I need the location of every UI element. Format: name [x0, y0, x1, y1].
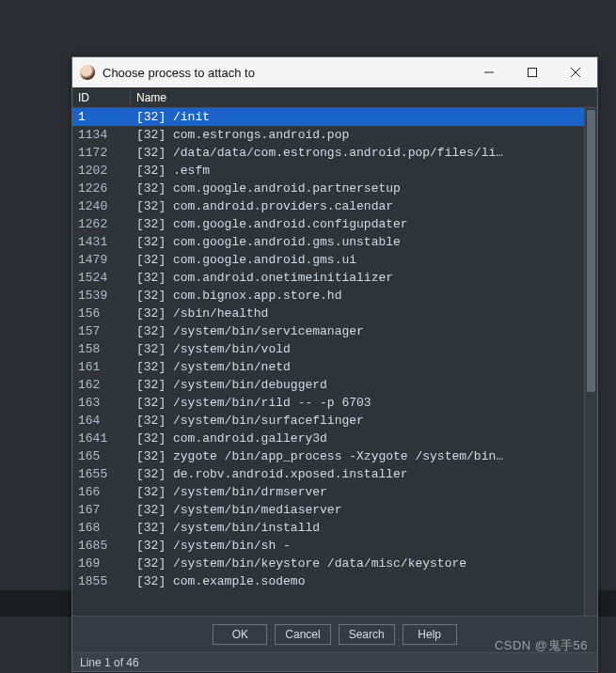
table-row[interactable]: 1172[32] /data/data/com.estrongs.android…	[72, 144, 597, 162]
vertical-scrollbar[interactable]	[584, 108, 597, 616]
table-row[interactable]: 163[32] /system/bin/rild -- -p 6703	[72, 394, 597, 412]
table-row[interactable]: 1524[32] com.android.onetimeinitializer	[72, 269, 597, 287]
help-button[interactable]: Help	[403, 624, 457, 645]
cell-process-name: [32] /system/bin/drmserver	[131, 483, 597, 501]
status-bar: Line 1 of 46	[72, 652, 597, 671]
table-row[interactable]: 164[32] /system/bin/surfaceflinger	[72, 412, 597, 430]
table-row[interactable]: 1655[32] de.robv.android.xposed.installe…	[72, 465, 597, 483]
cell-process-id: 1262	[72, 215, 131, 233]
cell-process-id: 1685	[72, 537, 131, 555]
cell-process-id: 169	[72, 555, 131, 572]
cell-process-id: 164	[72, 412, 131, 430]
cell-process-id: 167	[72, 501, 131, 519]
close-button[interactable]	[554, 57, 597, 87]
dialog-window: Choose process to attach to ID Name 1[32…	[71, 56, 598, 672]
cell-process-id: 1134	[72, 126, 131, 144]
table-row[interactable]: 1641[32] com.android.gallery3d	[72, 430, 597, 447]
cell-process-id: 1172	[72, 144, 131, 162]
table-row[interactable]: 1202[32] .esfm	[72, 162, 597, 180]
table-row[interactable]: 1431[32] com.google.android.gms.unstable	[72, 233, 597, 251]
table-row[interactable]: 156[32] /sbin/healthd	[72, 305, 597, 322]
cell-process-id: 156	[72, 305, 131, 322]
cell-process-id: 1655	[72, 465, 131, 483]
titlebar[interactable]: Choose process to attach to	[72, 57, 597, 87]
cell-process-name: [32] com.google.android.gms.ui	[131, 251, 597, 269]
status-text: Line 1 of 46	[80, 656, 139, 669]
table-row[interactable]: 1240[32] com.android.providers.calendar	[72, 197, 597, 215]
cell-process-name: [32] /system/bin/installd	[131, 519, 597, 537]
cell-process-name: [32] /system/bin/keystore /data/misc/key…	[131, 555, 597, 572]
cell-process-id: 158	[72, 340, 131, 358]
cell-process-name: [32] com.android.providers.calendar	[131, 197, 597, 215]
cell-process-name: [32] /data/data/com.estrongs.android.pop…	[131, 144, 597, 162]
cancel-button[interactable]: Cancel	[275, 624, 330, 645]
cell-process-id: 168	[72, 519, 131, 537]
search-button[interactable]: Search	[339, 624, 395, 645]
scroll-thumb[interactable]	[587, 110, 595, 392]
svg-rect-0	[529, 69, 537, 77]
app-icon	[80, 65, 95, 80]
cell-process-id: 1226	[72, 180, 131, 197]
process-rows: 1[32] /init1134[32] com.estrongs.android…	[72, 108, 597, 616]
table-row[interactable]: 161[32] /system/bin/netd	[72, 358, 597, 376]
cell-process-name: [32] com.google.android.partnersetup	[131, 180, 597, 197]
table-row[interactable]: 167[32] /system/bin/mediaserver	[72, 501, 597, 519]
table-row[interactable]: 169[32] /system/bin/keystore /data/misc/…	[72, 555, 597, 572]
column-header-name[interactable]: Name	[131, 91, 597, 104]
cell-process-name: [32] com.example.sodemo	[131, 572, 597, 590]
table-row[interactable]: 1479[32] com.google.android.gms.ui	[72, 251, 597, 269]
table-row[interactable]: 158[32] /system/bin/vold	[72, 340, 597, 358]
cell-process-name: [32] com.android.gallery3d	[131, 430, 597, 447]
cell-process-name: [32] com.android.onetimeinitializer	[131, 269, 597, 287]
cell-process-id: 166	[72, 483, 131, 501]
maximize-button[interactable]	[511, 57, 554, 87]
cell-process-id: 1855	[72, 572, 131, 590]
cell-process-id: 1539	[72, 287, 131, 305]
cell-process-id: 1479	[72, 251, 131, 269]
minimize-button[interactable]	[467, 57, 511, 87]
table-row[interactable]: 1855[32] com.example.sodemo	[72, 572, 597, 590]
cell-process-id: 1202	[72, 162, 131, 180]
table-row[interactable]: 165[32] zygote /bin/app_process -Xzygote…	[72, 447, 597, 465]
cell-process-name: [32] /system/bin/debuggerd	[131, 376, 597, 394]
cell-process-name: [32] /system/bin/surfaceflinger	[131, 412, 597, 430]
table-row[interactable]: 1226[32] com.google.android.partnersetup	[72, 180, 597, 197]
table-row[interactable]: 1[32] /init	[72, 108, 597, 126]
cell-process-id: 1641	[72, 430, 131, 447]
cell-process-id: 1524	[72, 269, 131, 287]
cell-process-name: [32] com.google.android.configupdater	[131, 215, 597, 233]
cell-process-name: [32] com.bignox.app.store.hd	[131, 287, 597, 305]
cell-process-name: [32] /system/bin/mediaserver	[131, 501, 597, 519]
cell-process-name: [32] zygote /bin/app_process -Xzygote /s…	[131, 447, 597, 465]
cell-process-name: [32] /system/bin/vold	[131, 340, 597, 358]
cell-process-id: 1	[72, 108, 131, 126]
table-row[interactable]: 1685[32] /system/bin/sh -	[72, 537, 597, 555]
cell-process-name: [32] /init	[131, 108, 597, 126]
table-row[interactable]: 157[32] /system/bin/servicemanager	[72, 322, 597, 340]
cell-process-name: [32] /system/bin/servicemanager	[131, 322, 597, 340]
table-row[interactable]: 162[32] /system/bin/debuggerd	[72, 376, 597, 394]
table-row[interactable]: 1134[32] com.estrongs.android.pop	[72, 126, 597, 144]
cell-process-name: [32] com.google.android.gms.unstable	[131, 233, 597, 251]
cell-process-name: [32] /system/bin/sh -	[131, 537, 597, 555]
table-row[interactable]: 168[32] /system/bin/installd	[72, 519, 597, 537]
window-title: Choose process to attach to	[103, 66, 255, 80]
cell-process-id: 157	[72, 322, 131, 340]
table-row[interactable]: 1539[32] com.bignox.app.store.hd	[72, 287, 597, 305]
column-header-id[interactable]: ID	[72, 91, 131, 104]
cell-process-name: [32] /system/bin/netd	[131, 358, 597, 376]
cell-process-id: 165	[72, 447, 131, 465]
button-bar: OK Cancel Search Help	[72, 616, 597, 652]
cell-process-id: 1240	[72, 197, 131, 215]
cell-process-name: [32] .esfm	[131, 162, 597, 180]
cell-process-id: 162	[72, 376, 131, 394]
cell-process-name: [32] com.estrongs.android.pop	[131, 126, 597, 144]
cell-process-id: 1431	[72, 233, 131, 251]
cell-process-id: 163	[72, 394, 131, 412]
table-row[interactable]: 166[32] /system/bin/drmserver	[72, 483, 597, 501]
cell-process-name: [32] /system/bin/rild -- -p 6703	[131, 394, 597, 412]
ok-button[interactable]: OK	[213, 624, 267, 645]
table-row[interactable]: 1262[32] com.google.android.configupdate…	[72, 215, 597, 233]
process-table: ID Name 1[32] /init1134[32] com.estrongs…	[72, 87, 597, 616]
cell-process-name: [32] de.robv.android.xposed.installer	[131, 465, 597, 483]
